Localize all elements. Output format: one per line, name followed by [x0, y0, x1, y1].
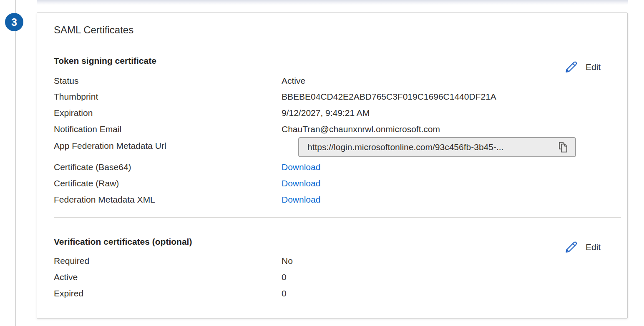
copy-icon	[556, 140, 569, 154]
previous-card-edge	[37, 0, 628, 5]
federation-metadata-url-value: https://login.microsoftonline.com/93c456…	[307, 142, 556, 152]
row-label: Required	[54, 256, 282, 266]
row-value: 0	[282, 272, 287, 283]
download-federation-metadata-xml-link[interactable]: Download	[282, 194, 320, 205]
row-value: BBEBE04CD42E2ABD765C3F019C1696C1440DF21A	[282, 91, 496, 102]
row-label: Certificate (Raw)	[54, 178, 282, 189]
step-circle: 3	[5, 13, 23, 31]
row-value: Active	[282, 75, 305, 86]
row-value: 0	[282, 288, 287, 299]
table-row-active-count: Active 0	[54, 272, 615, 283]
row-value: 9/12/2027, 9:49:21 AM	[282, 108, 370, 118]
row-label: Active	[54, 272, 282, 283]
section-divider	[54, 217, 621, 218]
section-heading-verification-certificates: Verification certificates (optional)	[54, 236, 192, 247]
copy-button[interactable]	[556, 140, 569, 154]
row-label: Thumbprint	[54, 91, 282, 102]
edit-button-label: Edit	[586, 62, 601, 72]
edit-button-label: Edit	[586, 242, 601, 252]
row-label: App Federation Metadata Url	[54, 140, 282, 151]
pencil-icon	[564, 60, 579, 75]
download-certificate-raw-link[interactable]: Download	[282, 178, 320, 189]
edit-token-signing-button[interactable]: Edit	[564, 60, 601, 75]
row-label: Expiration	[54, 108, 282, 118]
row-label: Notification Email	[54, 124, 282, 135]
table-row-certificate-raw: Certificate (Raw) Download	[54, 178, 615, 189]
pencil-icon	[564, 240, 579, 255]
table-row-federation-metadata-xml: Federation Metadata XML Download	[54, 194, 615, 205]
table-row-expiration: Expiration 9/12/2027, 9:49:21 AM	[54, 108, 615, 118]
section-heading-token-signing: Token signing certificate	[54, 55, 156, 66]
step-number: 3	[11, 17, 17, 28]
row-value: No	[282, 256, 293, 266]
timeline-connector	[15, 0, 16, 326]
table-row-notification-email: Notification Email ChauTran@chaunxnrwl.o…	[54, 124, 615, 135]
row-label: Certificate (Base64)	[54, 162, 282, 173]
table-row-certificate-base64: Certificate (Base64) Download	[54, 162, 615, 173]
table-row-status: Status Active	[54, 75, 615, 86]
table-row-expired-count: Expired 0	[54, 288, 615, 299]
row-label: Federation Metadata XML	[54, 194, 282, 205]
edit-verification-certificates-button[interactable]: Edit	[564, 240, 601, 255]
download-certificate-base64-link[interactable]: Download	[282, 162, 320, 173]
row-label: Expired	[54, 288, 282, 299]
saml-certificates-panel: SAML Certificates Token signing certific…	[37, 13, 628, 318]
panel-title: SAML Certificates	[54, 24, 133, 36]
row-value: ChauTran@chaunxnrwl.onmicrosoft.com	[282, 124, 440, 135]
table-row-required: Required No	[54, 256, 615, 266]
row-label: Status	[54, 75, 282, 86]
federation-metadata-url-field[interactable]: https://login.microsoftonline.com/93c456…	[298, 137, 576, 157]
table-row-thumbprint: Thumbprint BBEBE04CD42E2ABD765C3F019C169…	[54, 91, 615, 102]
